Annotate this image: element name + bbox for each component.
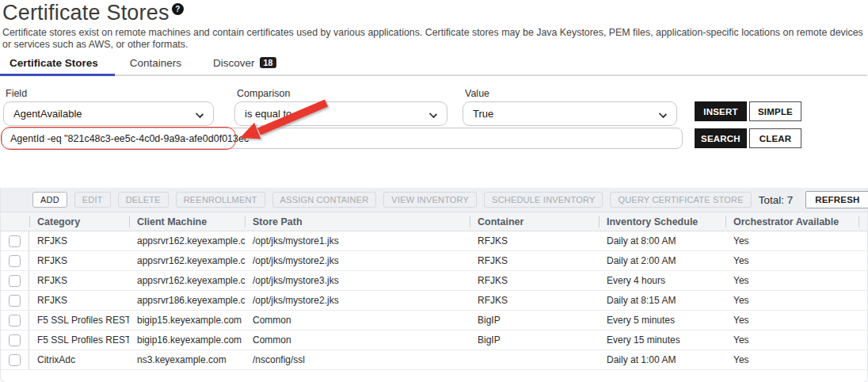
chevron-down-icon <box>429 110 437 118</box>
cell-orchestrator-available: Yes <box>725 350 858 369</box>
header-client-machine[interactable]: Client Machine <box>129 212 245 231</box>
chevron-down-icon <box>196 110 204 118</box>
tab-bar: Certificate Stores Containers Discover18 <box>2 57 867 76</box>
cell-client-machine: appsrvr162.keyexample.com <box>129 231 245 250</box>
cell-spacer <box>858 251 867 270</box>
clear-button[interactable]: CLEAR <box>749 128 801 148</box>
search-button[interactable]: SEARCH <box>695 128 747 148</box>
row-checkbox[interactable] <box>9 354 21 366</box>
header-container[interactable]: Container <box>470 212 599 231</box>
help-icon[interactable]: ? <box>172 3 184 15</box>
cell-client-machine: bigip15.keyexample.com <box>129 311 245 330</box>
cell-store-path: /opt/jks/mystore1.jks <box>245 231 470 250</box>
cell-inventory-schedule: Daily at 2:00 AM <box>599 251 725 270</box>
cell-spacer <box>858 311 867 330</box>
cell-inventory-schedule: Every 15 minutes <box>599 330 725 350</box>
schedule-inventory-button[interactable]: SCHEDULE INVENTORY <box>484 192 603 208</box>
value-label: Value <box>465 88 489 99</box>
cell-category: CitrixAdc <box>29 350 129 369</box>
field-select[interactable]: AgentAvailable <box>3 101 214 126</box>
table-row[interactable]: RFJKS appsrvr162.keyexample.com /opt/jks… <box>1 271 867 291</box>
chevron-down-icon <box>659 110 667 118</box>
cell-client-machine: appsrvr162.keyexample.com <box>129 271 245 290</box>
header-orchestrator-available[interactable]: Orchestrator Available <box>725 212 858 231</box>
search-filter-panel: Field AgentAvailable Comparison is equal… <box>0 86 868 159</box>
cell-inventory-schedule: Every 4 hours <box>599 271 725 290</box>
header-inventory-schedule[interactable]: Inventory Schedule <box>599 212 725 231</box>
certificate-stores-grid: ADD EDIT DELETE REENROLLMENT ASSIGN CONT… <box>0 188 868 382</box>
table-row[interactable]: RFJKS appsrvr162.keyexample.com /opt/jks… <box>1 231 867 251</box>
cell-store-path: /opt/jks/mystore2.jks <box>245 251 470 270</box>
page-title: Certificate Stores <box>2 1 169 25</box>
header-store-path[interactable]: Store Path <box>245 212 470 231</box>
field-label: Field <box>6 88 27 99</box>
assign-container-button[interactable]: ASSIGN CONTAINER <box>272 192 377 208</box>
comparison-label: Comparison <box>237 88 290 99</box>
row-checkbox-cell <box>1 231 29 250</box>
simple-button[interactable]: SIMPLE <box>749 101 801 121</box>
refresh-button[interactable]: REFRESH <box>805 191 868 208</box>
header-spacer <box>858 212 867 231</box>
grid-toolbar: ADD EDIT DELETE REENROLLMENT ASSIGN CONT… <box>1 188 867 212</box>
cell-container: RFJKS <box>470 251 599 270</box>
page-description: Certificate stores exist on remote machi… <box>2 27 866 51</box>
query-certificate-store-button[interactable]: QUERY CERTIFICATE STORE <box>610 192 751 208</box>
query-input[interactable] <box>2 128 683 149</box>
cell-container <box>470 350 599 369</box>
cell-category: F5 SSL Profiles REST <box>29 330 129 350</box>
table-row[interactable]: F5 SSL Profiles REST bigip16.keyexample.… <box>1 330 867 350</box>
cell-client-machine: appsrvr186.keyexample.com <box>129 291 245 310</box>
cell-client-machine: ns3.keyexample.com <box>129 350 245 369</box>
table-row[interactable]: F5 SSL Profiles REST bigip15.keyexample.… <box>1 311 867 330</box>
delete-button[interactable]: DELETE <box>118 192 169 208</box>
cell-orchestrator-available: Yes <box>725 330 858 350</box>
cell-spacer <box>858 271 867 290</box>
comparison-select[interactable]: is equal to <box>234 101 447 126</box>
cell-container: BigIP <box>470 311 599 330</box>
cell-orchestrator-available: Yes <box>725 291 858 310</box>
cell-category: F5 SSL Profiles REST <box>29 311 129 330</box>
header-checkbox-column <box>1 212 29 231</box>
insert-button[interactable]: INSERT <box>695 101 747 121</box>
cell-spacer <box>858 231 867 250</box>
add-button[interactable]: ADD <box>32 192 67 208</box>
row-checkbox[interactable] <box>9 295 21 307</box>
cell-category: RFJKS <box>29 231 129 250</box>
cell-store-path: /opt/jks/mystore3.jks <box>245 271 470 290</box>
value-select-value: True <box>473 108 493 120</box>
comparison-select-value: is equal to <box>245 108 291 120</box>
cell-category: RFJKS <box>29 291 129 310</box>
tab-containers[interactable]: Containers <box>123 57 188 69</box>
value-select[interactable]: True <box>463 101 677 126</box>
cell-orchestrator-available: Yes <box>725 311 858 330</box>
reenrollment-button[interactable]: REENROLLMENT <box>176 192 265 208</box>
table-header-row: Category Client Machine Store Path Conta… <box>1 212 867 231</box>
table-row[interactable]: RFJKS appsrvr186.keyexample.com /opt/jks… <box>1 291 867 311</box>
row-checkbox[interactable] <box>9 235 21 247</box>
tab-discover[interactable]: Discover18 <box>206 57 284 69</box>
edit-button[interactable]: EDIT <box>74 192 111 208</box>
row-checkbox[interactable] <box>9 275 21 287</box>
tab-discover-label: Discover <box>213 57 255 69</box>
view-inventory-button[interactable]: VIEW INVENTORY <box>383 192 477 208</box>
row-checkbox[interactable] <box>9 255 21 267</box>
row-checkbox-cell <box>1 311 29 330</box>
cell-store-path: /opt/jks/mystore2.jks <box>245 291 470 310</box>
table-row[interactable]: CitrixAdc ns3.keyexample.com /nsconfig/s… <box>1 350 867 370</box>
cell-orchestrator-available: Yes <box>725 251 858 270</box>
tab-certificate-stores[interactable]: Certificate Stores <box>2 57 105 69</box>
cell-client-machine: bigip16.keyexample.com <box>129 330 245 350</box>
cell-client-machine: appsrvr162.keyexample.com <box>129 251 245 270</box>
row-checkbox[interactable] <box>9 315 21 327</box>
cell-store-path: /nsconfig/ssl <box>245 350 470 369</box>
row-checkbox[interactable] <box>9 334 21 346</box>
cell-spacer <box>858 350 867 369</box>
cell-orchestrator-available: Yes <box>725 231 858 250</box>
cell-spacer <box>858 330 867 350</box>
cell-category: RFJKS <box>29 271 129 290</box>
cell-inventory-schedule: Daily at 1:00 AM <box>599 350 725 369</box>
table-footer <box>1 370 867 382</box>
total-count: Total: 7 <box>759 194 806 206</box>
header-category[interactable]: Category <box>29 212 129 231</box>
table-row[interactable]: RFJKS appsrvr162.keyexample.com /opt/jks… <box>1 251 867 271</box>
